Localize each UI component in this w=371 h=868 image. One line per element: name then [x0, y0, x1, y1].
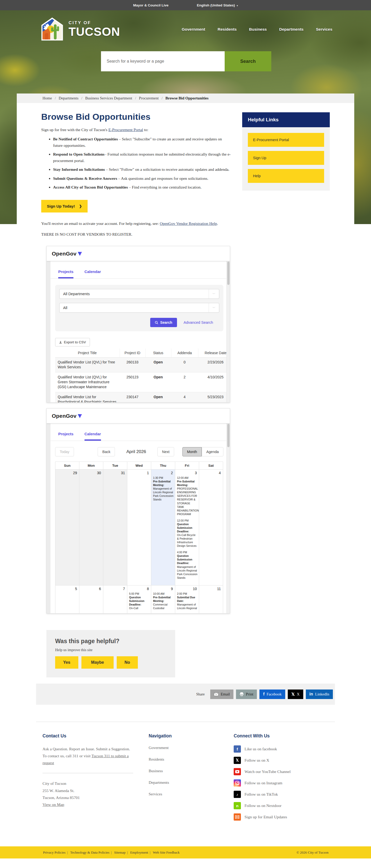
web-site-feedback-link[interactable]: Web Site Feedback — [153, 850, 180, 854]
share-linkedin-button[interactable]: in LinkedIn — [306, 689, 333, 699]
footer-navigation-column: Navigation Government Residents Business… — [149, 733, 214, 825]
advanced-search-link[interactable]: Advanced Search — [184, 320, 213, 324]
envelope-icon — [214, 692, 218, 696]
breadcrumb-business-services[interactable]: Business Services Department — [85, 96, 132, 100]
no-cost-note: THERE IS NO COST FOR VENDORS TO REGISTER… — [41, 232, 232, 237]
feedback-title: Was this page helpful? — [55, 638, 166, 645]
feedback-yes-button[interactable]: Yes — [55, 656, 78, 669]
tab-calendar[interactable]: Calendar — [85, 270, 101, 278]
footer-nav-business[interactable]: Business — [149, 769, 214, 773]
tab-calendar[interactable]: Calendar — [85, 432, 101, 441]
youtube-social-link[interactable]: Watch our YouTube Channel — [234, 768, 290, 775]
calendar-event[interactable]: 4:00 PM Question Submission Deadline: Ma… — [175, 551, 199, 580]
export-to-csv-button[interactable]: Export to CSV — [55, 338, 90, 346]
calendar-event[interactable]: 2:00 PM Submittal Due Date: Management o… — [175, 592, 199, 610]
sidebar-link-eprocurement-portal[interactable]: E-Procurement Portal — [248, 133, 324, 147]
share-email-button[interactable]: Email — [210, 689, 234, 699]
facebook-icon: f — [234, 745, 241, 753]
employment-link[interactable]: Employment — [130, 850, 148, 854]
sidebar-link-sign-up[interactable]: Sign Up — [248, 151, 324, 165]
instagram-social-link[interactable]: Follow us on Instagram — [234, 779, 290, 786]
nav-business[interactable]: Business — [249, 27, 267, 32]
calendar-event[interactable]: 12:00 PM Question Submission Deadline: O… — [175, 519, 199, 548]
tiktok-social-link[interactable]: ♪ Follow us on TikTok — [234, 791, 290, 798]
calendar-month-title: April 2026 — [126, 449, 146, 454]
share-label: Share — [196, 692, 205, 696]
tab-projects[interactable]: Projects — [58, 270, 73, 278]
eprocurement-portal-link[interactable]: E-Procurement Portal — [109, 127, 143, 132]
facebook-social-link[interactable]: f Like us on facebook — [234, 745, 290, 753]
language-selector[interactable]: English (United States)▾ — [197, 3, 238, 7]
feedback-no-button[interactable]: No — [117, 656, 138, 669]
x-social-link[interactable]: 𝕏 Follow us on X — [234, 757, 290, 764]
nav-services[interactable]: Services — [316, 27, 332, 32]
view-on-map-link[interactable]: View on Map — [42, 802, 64, 807]
printer-icon — [240, 692, 244, 696]
opengov-triangle-icon — [77, 251, 83, 256]
calendar-today-button[interactable]: Today — [55, 447, 74, 457]
opengov-tabbar: Projects Calendar — [51, 432, 226, 441]
logo-city-of: CITY OF — [68, 20, 120, 26]
calendar-cell: 30 — [79, 469, 103, 585]
x-icon: 𝕏 — [234, 757, 241, 764]
table-row[interactable]: Qualified Vendor List for Psychological … — [55, 392, 226, 402]
email-updates-link[interactable]: Sign up for Email Updates — [234, 813, 290, 820]
sitemap-link[interactable]: Sitemap — [114, 850, 125, 854]
calendar-day-header-row: SunMon TueWed ThuFri Sat — [55, 462, 223, 469]
privacy-policies-link[interactable]: Privacy Policies — [43, 850, 65, 854]
technology-data-policies-link[interactable]: Technology & Data Policies — [70, 850, 109, 854]
calendar-event[interactable]: 10:00 AM Pre-Submittal Meeting: Commerci… — [151, 592, 175, 610]
chevron-down-icon: ﹀ — [209, 303, 219, 312]
footer-contact-divider — [42, 773, 133, 773]
nextdoor-social-link[interactable]: n Follow us on Nextdoor — [234, 802, 290, 809]
calendar-event[interactable]: 5:00 PM Question Submission Deadline: On… — [127, 592, 151, 610]
footer-nav-services[interactable]: Services — [149, 792, 214, 796]
footer-contact-text: Ask a Question. Report an Issue. Submit … — [42, 745, 133, 766]
widget-scrollbar[interactable] — [226, 261, 230, 402]
calendar-cell: 5 — [55, 585, 79, 614]
site-search-input[interactable] — [101, 51, 225, 71]
calendar-back-button[interactable]: Back — [98, 447, 115, 457]
footer-nav-residents[interactable]: Residents — [149, 757, 214, 762]
site-search-button[interactable]: Search — [225, 51, 271, 71]
calendar-agenda-view-button[interactable]: Agenda — [202, 447, 223, 457]
calendar-cell: 31 — [103, 469, 127, 585]
mayor-council-live-link[interactable]: Mayor & Council Live — [133, 3, 168, 7]
bottom-links: Privacy Policies| Technology & Data Poli… — [42, 850, 180, 855]
sign-up-today-button[interactable]: Sign Up Today!❯ — [41, 200, 88, 213]
category-select[interactable]: All ﹀ — [59, 303, 219, 313]
footer-nav-departments[interactable]: Departments — [149, 780, 214, 785]
department-select[interactable]: All Departments ﹀ — [59, 289, 219, 299]
opengov-logo: OpenGov — [52, 413, 83, 419]
table-row[interactable]: Qualified Vendor List (QVL) for Tree Wor… — [55, 358, 226, 372]
chevron-right-icon: ❯ — [79, 204, 82, 208]
calendar-month-view-button[interactable]: Month — [182, 447, 202, 457]
sidebar-link-help[interactable]: Help — [248, 169, 324, 183]
filter-panel: All Departments ﹀ All ﹀ — [55, 285, 223, 331]
opengov-search-button[interactable]: Search — [150, 318, 177, 327]
city-of-tucson-logo[interactable]: CITY OF Tucson — [40, 17, 120, 41]
tab-projects[interactable]: Projects — [58, 432, 73, 441]
widget-scrollbar[interactable] — [226, 424, 230, 613]
breadcrumb-home[interactable]: Home — [42, 96, 52, 100]
share-print-button[interactable]: Print — [236, 689, 257, 699]
footer-nav-government[interactable]: Government — [149, 745, 214, 750]
calendar-event[interactable]: 12:00 AM Pre-Submittal Meeting: PROFESSI… — [175, 476, 199, 516]
nav-government[interactable]: Government — [182, 27, 205, 32]
calendar-event[interactable]: 1:30 PM Pre-Submittal Meeting: Managemen… — [151, 476, 175, 501]
share-x-button[interactable]: 𝕏 X — [288, 689, 303, 699]
share-facebook-button[interactable]: f Facebook — [259, 689, 285, 699]
calendar-next-button[interactable]: Next — [157, 447, 174, 457]
nav-departments[interactable]: Departments — [279, 27, 304, 32]
list-item: Access All City of Tucson Bid Opportunit… — [53, 184, 232, 190]
page-feedback-panel: Was this page helpful? Help us improve t… — [47, 630, 175, 677]
nav-residents[interactable]: Residents — [217, 27, 237, 32]
page-title: Browse Bid Opportunities — [41, 112, 232, 122]
breadcrumb-departments[interactable]: Departments — [59, 96, 79, 100]
feedback-maybe-button[interactable]: Maybe — [82, 656, 114, 669]
breadcrumb-current: Browse Bid Opportunities — [165, 96, 209, 100]
share-bar: Share Email Print f Facebook 𝕏 X in Link… — [36, 684, 335, 705]
breadcrumb-procurement[interactable]: Procurement — [139, 96, 159, 100]
vendor-registration-help-link[interactable]: OpenGov Vendor Registration Help — [160, 221, 217, 226]
table-row[interactable]: Qualified Vendor List (QVL) for Green St… — [55, 372, 226, 392]
